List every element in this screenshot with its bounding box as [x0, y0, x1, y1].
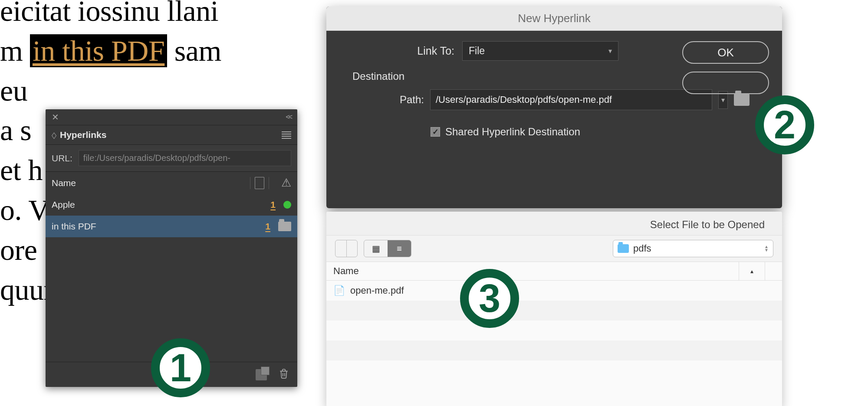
browse-folder-icon[interactable] [734, 94, 750, 106]
page-icon [255, 177, 264, 189]
callout-badge-2: 2 [755, 95, 814, 154]
list-header: Name ⚠ [46, 171, 297, 194]
column-name[interactable]: Name [326, 262, 739, 280]
file-list: 📄 open-me.pdf [326, 281, 782, 406]
expand-icon[interactable]: ◇ [52, 130, 56, 140]
hyperlink-row[interactable]: in this PDF 1 [46, 216, 297, 237]
view-toggle: ▦ ≡ [364, 240, 411, 257]
status-ok-icon [283, 201, 291, 209]
sort-caret-icon[interactable]: ▴ [739, 262, 765, 280]
shared-destination-checkbox[interactable]: ✓ [431, 127, 440, 137]
column-name[interactable]: Name [52, 178, 246, 188]
trash-icon[interactable] [278, 367, 289, 382]
hyperlink-row[interactable]: Apple 1 [46, 194, 297, 216]
folder-icon [278, 222, 291, 231]
path-input[interactable] [430, 89, 712, 110]
file-row [326, 341, 782, 360]
row-name: in this PDF [52, 221, 265, 232]
updown-icon: ▲▼ [764, 245, 769, 252]
icon-view-button[interactable]: ▦ [364, 240, 388, 257]
column-edge [765, 262, 782, 280]
close-icon[interactable]: ✕ [49, 111, 62, 123]
file-icon: 📄 [333, 285, 345, 296]
list-view-button[interactable]: ≡ [388, 240, 411, 257]
warning-icon: ⚠ [281, 176, 291, 190]
link-to-label: Link To: [339, 45, 454, 57]
url-input[interactable] [79, 150, 291, 166]
dialog-title: New Hyperlink [326, 7, 782, 31]
file-picker-dialog: Select File to be Opened ▦ ≡ pdfs ▲▼ Nam… [326, 212, 782, 406]
folder-select[interactable]: pdfs ▲▼ [613, 240, 773, 257]
url-label: URL: [52, 153, 72, 164]
folder-icon [618, 244, 629, 253]
new-hyperlink-dialog: New Hyperlink Link To: File ▾ OK Destina… [326, 7, 782, 208]
panel-menu-icon[interactable] [282, 131, 291, 139]
new-hyperlink-icon[interactable] [256, 369, 267, 380]
callout-badge-3: 3 [460, 269, 519, 328]
sidebar-toggle-button[interactable] [335, 240, 358, 257]
file-row [326, 360, 782, 380]
file-name: open-me.pdf [350, 285, 404, 296]
file-row [326, 321, 782, 341]
panel-tab-label[interactable]: Hyperlinks [60, 130, 106, 140]
row-page[interactable]: 1 [265, 221, 270, 232]
collapse-icon[interactable]: << [283, 112, 294, 122]
file-row [326, 301, 782, 321]
chevron-down-icon: ▾ [608, 47, 612, 55]
ok-button[interactable]: OK [682, 41, 769, 64]
callout-badge-1: 1 [151, 338, 210, 397]
shared-destination-label: Shared Hyperlink Destination [445, 126, 580, 138]
file-picker-title: Select File to be Opened [326, 212, 782, 236]
file-row[interactable]: 📄 open-me.pdf [326, 281, 782, 301]
link-to-select[interactable]: File ▾ [462, 41, 618, 61]
row-name: Apple [52, 200, 270, 210]
cancel-button[interactable] [682, 72, 769, 94]
highlighted-link-text[interactable]: in this PDF [30, 34, 167, 67]
row-page[interactable]: 1 [270, 200, 276, 210]
path-label: Path: [339, 94, 424, 106]
